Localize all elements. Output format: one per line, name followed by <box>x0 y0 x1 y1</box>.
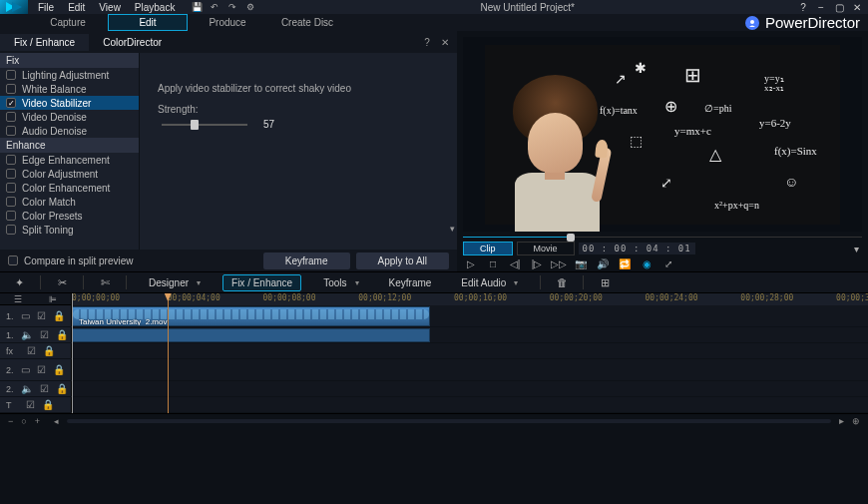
preview-mode-movie[interactable]: Movie <box>517 242 575 255</box>
track-body[interactable] <box>72 327 868 342</box>
maximize-icon[interactable]: ▢ <box>832 0 846 14</box>
more-tools-icon[interactable]: ⊞ <box>598 275 612 289</box>
minimize-icon[interactable]: − <box>814 0 828 14</box>
designer-dropdown[interactable]: Designer▾ <box>141 275 209 290</box>
scroll-right-icon[interactable]: ▸ <box>839 415 844 426</box>
mode-produce[interactable]: Produce <box>188 14 267 31</box>
chk-split-toning[interactable] <box>6 225 16 235</box>
chk-white-balance[interactable] <box>6 84 16 94</box>
chevron-down-icon[interactable]: ▾ <box>450 224 455 234</box>
menu-playback[interactable]: Playback <box>129 1 182 14</box>
track-head[interactable]: 1.🔈☑🔒 <box>0 327 72 342</box>
next-frame-icon[interactable]: |▷ <box>531 257 543 269</box>
preview-video[interactable]: f(x)=tanxy=mx+c∅=phiy=6-2yf(x)=Sinxx²+px… <box>463 37 862 232</box>
menu-edit[interactable]: Edit <box>62 1 91 14</box>
add-track-icon[interactable]: ⊕ <box>852 416 860 426</box>
tab-colordirector[interactable]: ColorDirector <box>89 34 176 51</box>
mode-create-disc[interactable]: Create Disc <box>267 14 347 31</box>
track-head[interactable]: T☑🔒 <box>0 397 72 412</box>
undo-icon[interactable]: ↶ <box>207 0 222 14</box>
enhitem-color-adj[interactable]: Color Adjustment <box>0 167 139 181</box>
track-body[interactable]: Taiwan University_2.mov <box>72 305 868 326</box>
play-icon[interactable]: ▷ <box>465 257 477 269</box>
ruler[interactable]: 0;00;00;0000;00;04;0000;00;08;0000;00;12… <box>72 293 868 305</box>
menu-file[interactable]: File <box>32 1 60 14</box>
fixitem-video-denoise[interactable]: Video Denoise <box>0 110 139 124</box>
tab-fix-enhance[interactable]: Fix / Enhance <box>0 34 89 51</box>
split-tool-icon[interactable]: ✂ <box>55 275 69 289</box>
enhitem-color-enh[interactable]: Color Enhancement <box>0 181 139 195</box>
preview-dropdown-icon[interactable]: ▾ <box>850 243 862 254</box>
trash-icon[interactable]: 🗑 <box>555 275 569 289</box>
prev-frame-icon[interactable]: ◁| <box>509 257 521 269</box>
keyframe-button[interactable]: Keyframe <box>263 252 350 269</box>
audio-clip[interactable] <box>72 328 430 342</box>
snapshot-icon[interactable]: 📷 <box>575 257 587 269</box>
enhitem-split-toning[interactable]: Split Toning <box>0 223 139 237</box>
preview-seek[interactable] <box>463 234 862 242</box>
stop-icon[interactable]: □ <box>487 257 499 269</box>
mode-edit[interactable]: Edit <box>108 14 188 31</box>
enhitem-edge[interactable]: Edge Enhancement <box>0 153 139 167</box>
keyframe-toolbar-button[interactable]: Keyframe <box>381 275 440 290</box>
panel-help-icon[interactable]: ? <box>421 36 433 48</box>
chk-audio-denoise[interactable] <box>6 126 16 136</box>
edit-audio-dropdown[interactable]: Edit Audio▾ <box>453 275 526 290</box>
video-clip[interactable]: Taiwan University_2.mov <box>72 306 430 326</box>
preview-mode-clip[interactable]: Clip <box>463 242 513 255</box>
track-body[interactable] <box>72 359 868 380</box>
settings-icon[interactable]: ⚙ <box>242 0 258 14</box>
chk-video-denoise[interactable] <box>6 112 16 122</box>
cut-tool-icon[interactable]: ✄ <box>98 275 112 289</box>
fix-enhance-button[interactable]: Fix / Enhance <box>222 274 301 291</box>
timeline-tracks-icon[interactable]: ⊫ <box>46 292 60 306</box>
track-head[interactable]: 1.▭☑🔒 <box>0 305 72 326</box>
fixitem-label: Audio Denoise <box>22 126 87 137</box>
apply-to-all-button[interactable]: Apply to All <box>356 252 449 269</box>
chk-color-adj[interactable] <box>6 169 16 179</box>
magic-tool-icon[interactable]: ✦ <box>12 275 26 289</box>
track-head[interactable]: fx☑🔒 <box>0 343 72 358</box>
save-icon[interactable]: 💾 <box>189 0 205 14</box>
redo-icon[interactable]: ↷ <box>224 0 240 14</box>
track-body[interactable] <box>72 397 868 412</box>
loop-icon[interactable]: 🔁 <box>619 257 631 269</box>
volume-icon[interactable]: 🔊 <box>597 257 609 269</box>
strength-slider[interactable] <box>162 124 247 126</box>
panel-close-icon[interactable]: ✕ <box>439 36 451 48</box>
enhitem-color-match[interactable]: Color Match <box>0 195 139 209</box>
timeline-view-icon[interactable]: ☰ <box>11 292 25 306</box>
fixitem-audio-denoise[interactable]: Audio Denoise <box>0 124 139 138</box>
track-body[interactable] <box>72 381 868 396</box>
seek-thumb[interactable] <box>567 234 575 242</box>
undock-icon[interactable]: ⤢ <box>662 257 674 269</box>
help-icon[interactable]: ? <box>796 0 810 14</box>
chalk-equation: ⊕ <box>664 97 677 116</box>
chk-video-stabilizer[interactable] <box>6 98 16 108</box>
fixitem-white-balance[interactable]: White Balance <box>0 82 139 96</box>
tools-dropdown[interactable]: Tools▾ <box>315 275 366 290</box>
track-body[interactable] <box>72 343 868 358</box>
mode-capture[interactable]: Capture <box>28 14 108 31</box>
scroll-left-icon[interactable]: ◂ <box>54 416 59 426</box>
user-badge-icon[interactable] <box>745 16 759 30</box>
chk-compare-split[interactable] <box>8 255 18 265</box>
track-head[interactable]: 2.🔈☑🔒 <box>0 381 72 396</box>
zoom-out-icon[interactable]: − <box>8 416 13 426</box>
chk-color-presets[interactable] <box>6 211 16 221</box>
slider-thumb[interactable] <box>191 120 199 130</box>
track-head[interactable]: 2.▭☑🔒 <box>0 359 72 380</box>
fast-forward-icon[interactable]: ▷▷ <box>553 257 565 269</box>
chk-lighting[interactable] <box>6 70 16 80</box>
chk-color-match[interactable] <box>6 197 16 207</box>
close-icon[interactable]: ✕ <box>850 0 864 14</box>
scroll-bar[interactable] <box>67 419 831 423</box>
chk-color-enh[interactable] <box>6 183 16 193</box>
fixitem-lighting[interactable]: Lighting Adjustment <box>0 68 139 82</box>
zoom-in-icon[interactable]: + <box>35 416 40 426</box>
menu-view[interactable]: View <box>93 1 127 14</box>
quality-icon[interactable]: ◉ <box>641 257 652 269</box>
enhitem-color-presets[interactable]: Color Presets <box>0 209 139 223</box>
chk-edge[interactable] <box>6 155 16 165</box>
fixitem-video-stabilizer[interactable]: Video Stabilizer <box>0 96 139 110</box>
